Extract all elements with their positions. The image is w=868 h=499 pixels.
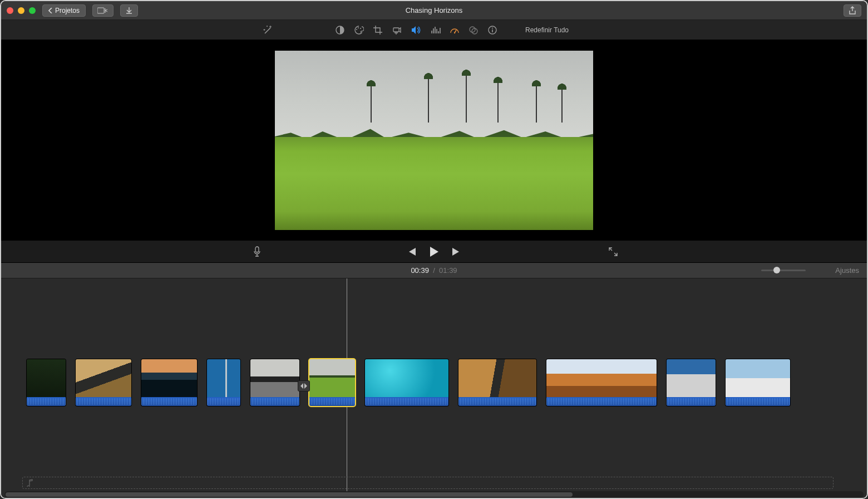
clip-audio-track[interactable] <box>726 397 790 406</box>
zoom-track <box>761 270 806 271</box>
timecode-display: 00:39 / 01:39 <box>411 266 457 275</box>
crop-button[interactable] <box>373 25 383 35</box>
window-minimize-button[interactable] <box>18 7 24 14</box>
equalizer-icon <box>431 25 441 35</box>
clip-audio-track[interactable] <box>207 397 240 406</box>
clip-pool-water[interactable] <box>365 359 448 406</box>
audio-waveform <box>546 398 657 405</box>
current-time: 00:39 <box>411 266 429 275</box>
clip-audio-track[interactable] <box>365 397 448 406</box>
clip-audio-track[interactable] <box>250 397 299 406</box>
media-library-button[interactable] <box>92 4 114 17</box>
clip-thumbnail <box>546 359 657 397</box>
timeline-zoom-slider[interactable] <box>761 270 806 271</box>
clip-jump[interactable] <box>726 359 790 406</box>
camera-stabilize-icon <box>392 25 402 35</box>
play-button[interactable] <box>429 246 439 257</box>
clip-audio-track[interactable] <box>27 397 66 406</box>
color-palette-icon <box>354 25 364 35</box>
audio-waveform <box>667 398 716 405</box>
clip-black-beach[interactable] <box>250 359 299 406</box>
share-icon <box>849 6 856 15</box>
share-button[interactable] <box>844 4 861 17</box>
clip-pool-edge[interactable] <box>207 359 240 406</box>
svg-point-10 <box>492 27 493 28</box>
clip-thumbnail <box>76 359 131 397</box>
scrollbar-thumb[interactable] <box>6 492 573 497</box>
clip-audio-track[interactable] <box>546 397 657 406</box>
clip-audio-track[interactable] <box>458 397 536 406</box>
svg-rect-5 <box>393 28 399 32</box>
clip-audio-track[interactable] <box>141 397 197 406</box>
voiceover-record-button[interactable] <box>253 246 262 257</box>
back-to-projects-button[interactable]: Projetos <box>42 4 86 17</box>
video-overlay-button[interactable] <box>468 25 479 35</box>
clip-thumbnail <box>250 359 299 397</box>
clip-thumbnail <box>27 359 66 397</box>
color-correction-button[interactable] <box>354 25 364 35</box>
palm-tree-icon <box>428 76 429 123</box>
clip-thumbnail <box>207 359 240 397</box>
clip-audio-track[interactable] <box>76 397 131 406</box>
playback-bar <box>1 241 867 263</box>
horizontal-scrollbar[interactable] <box>4 491 864 498</box>
microphone-icon <box>253 246 262 257</box>
audio-waveform <box>76 398 131 405</box>
timeline[interactable] <box>1 278 867 499</box>
volume-icon <box>411 25 422 35</box>
background-audio-track[interactable] <box>22 477 834 489</box>
clip-info-button[interactable] <box>487 25 497 35</box>
clip-skatepark[interactable] <box>667 359 716 406</box>
contrast-icon <box>335 25 345 35</box>
preview-frame[interactable] <box>275 51 593 230</box>
clip-audio-track[interactable] <box>667 397 716 406</box>
zoom-thumb[interactable] <box>773 267 780 273</box>
stabilization-button[interactable] <box>392 25 402 35</box>
clip-dunes[interactable] <box>546 359 657 406</box>
transition-icon <box>300 383 308 389</box>
adjustments-toolbar: Redefinir Tudo <box>1 20 867 40</box>
clip-row <box>27 359 790 406</box>
music-note-icon <box>26 479 33 487</box>
enhance-button[interactable] <box>263 25 274 36</box>
fullscreen-button[interactable] <box>609 247 618 256</box>
clip-thumbnail <box>309 359 355 397</box>
next-button[interactable] <box>451 247 461 256</box>
next-icon <box>451 247 461 256</box>
timeline-settings-button[interactable]: Ajustes <box>835 266 859 275</box>
import-media-button[interactable] <box>120 4 138 17</box>
svg-point-4 <box>360 28 361 29</box>
audio-waveform <box>365 398 448 405</box>
audio-waveform <box>207 398 240 405</box>
clip-desert-road[interactable] <box>458 359 536 406</box>
color-balance-button[interactable] <box>335 25 345 35</box>
window-zoom-button[interactable] <box>29 7 36 14</box>
previous-button[interactable] <box>407 247 417 256</box>
clip-thumbnail <box>726 359 790 397</box>
clip-rice-field[interactable] <box>309 359 355 406</box>
palm-tree-icon <box>466 72 467 123</box>
svg-rect-11 <box>255 247 259 252</box>
palm-tree-icon <box>497 80 499 123</box>
palm-tree-icon <box>536 83 537 123</box>
clip-sea-sunset[interactable] <box>141 359 197 406</box>
clip-audio-track[interactable] <box>309 397 355 406</box>
volume-button[interactable] <box>411 25 422 35</box>
fullscreen-icon <box>609 247 618 256</box>
window-close-button[interactable] <box>7 7 13 14</box>
clip-thumbnail <box>458 359 536 397</box>
svg-point-6 <box>454 32 455 33</box>
preview-viewer <box>1 40 867 241</box>
transition-indicator[interactable] <box>298 380 310 392</box>
transport-controls <box>407 246 461 257</box>
reset-all-button[interactable]: Redefinir Tudo <box>525 26 569 34</box>
play-icon <box>429 246 439 257</box>
speed-button[interactable] <box>450 25 460 35</box>
back-label: Projetos <box>55 7 80 14</box>
noise-reduction-button[interactable] <box>431 25 441 35</box>
clip-forest[interactable] <box>27 359 66 406</box>
timeline-header: 00:39 / 01:39 Ajustes <box>1 263 867 278</box>
crop-icon <box>373 25 383 35</box>
clip-road-mist[interactable] <box>76 359 131 406</box>
clip-thumbnail <box>365 359 448 397</box>
